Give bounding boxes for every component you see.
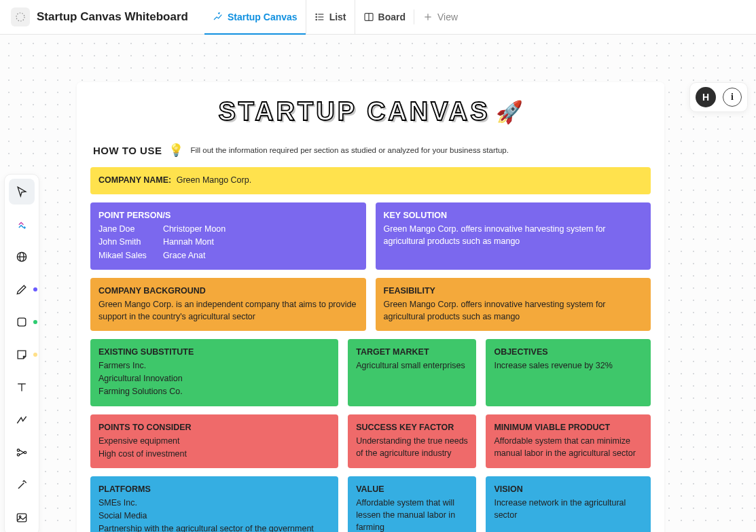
list-item: Expensive equipment: [98, 435, 330, 447]
card-heading: VISION: [494, 483, 643, 495]
card-body: Affordable system that can minimize manu…: [494, 435, 643, 459]
card-mvp[interactable]: MINIMUM VIABLE PRODUCT Affordable system…: [486, 414, 651, 468]
card-value[interactable]: VALUE Affordable system that will lessen…: [348, 476, 476, 532]
howto-label: HOW TO USE: [93, 145, 162, 156]
card-body: Increase sales revenue by 32%: [494, 359, 643, 372]
view-tabs: Startup Canvas List Board View: [204, 0, 466, 34]
image-tool[interactable]: [9, 505, 35, 531]
canvas-title: STARTUP CANVAS: [218, 97, 490, 126]
company-name-value: Green Mango Corp.: [177, 175, 251, 185]
whiteboard-stage[interactable]: H i: [0, 35, 756, 532]
list-item: Farmers Inc.: [98, 359, 330, 372]
sticky-color-dot: [33, 353, 37, 357]
web-tool[interactable]: [9, 244, 35, 270]
pen-tool[interactable]: [9, 277, 35, 302]
tab-label: Board: [378, 12, 406, 22]
shape-tool[interactable]: [9, 309, 35, 335]
card-body: Agricultural small enterprises: [356, 359, 468, 372]
connector-tool[interactable]: [9, 407, 35, 433]
person: Hannah Mont: [163, 236, 226, 248]
tool-palette: [4, 174, 39, 532]
card-key-solution[interactable]: KEY SOLUTION Green Mango Corp. offers in…: [376, 202, 651, 270]
card-body: Affordable system that will lessen the m…: [356, 497, 468, 532]
svg-rect-16: [18, 318, 26, 326]
card-target-market[interactable]: TARGET MARKET Agricultural small enterpr…: [348, 339, 476, 406]
list-item: High cost of investment: [98, 448, 330, 460]
card-company-background[interactable]: COMPANY BACKGROUND Green Mango Corp. is …: [90, 278, 366, 331]
doc-type-icon: [11, 7, 30, 26]
card-heading: TARGET MARKET: [356, 346, 468, 358]
card-body: Green Mango Corp. offers innovative harv…: [384, 298, 643, 323]
list-item: Agricultural Innovation: [98, 372, 330, 385]
tab-label: View: [437, 12, 458, 22]
tab-list[interactable]: List: [306, 0, 355, 34]
person: Jane Doe: [98, 223, 147, 235]
howto-row: HOW TO USE 💡 Fill out the information re…: [90, 143, 651, 158]
person: Grace Anat: [163, 249, 226, 262]
card-body: Green Mango Corp. offers innovative harv…: [384, 223, 643, 247]
card-body: Understanding the true needs of the agri…: [356, 435, 468, 459]
person: John Smith: [98, 236, 147, 248]
person: Christoper Moon: [163, 223, 226, 235]
card-heading: PLATFORMS: [98, 483, 330, 495]
tab-board[interactable]: Board: [355, 0, 414, 34]
topbar: Startup Canvas Whiteboard Startup Canvas…: [0, 0, 756, 35]
tab-label: List: [329, 12, 346, 22]
card-company-name[interactable]: COMPANY NAME: Green Mango Corp.: [90, 167, 651, 194]
tab-label: Startup Canvas: [228, 12, 298, 22]
tab-startup-canvas[interactable]: Startup Canvas: [204, 0, 306, 34]
card-heading: POINT PERSON/S: [98, 209, 358, 221]
avatar[interactable]: H: [696, 87, 716, 107]
card-point-persons[interactable]: POINT PERSON/S Jane Doe John Smith Mikae…: [90, 202, 366, 270]
people-columns: Jane Doe John Smith Mikael Sales Christo…: [98, 223, 358, 261]
diagram-tool[interactable]: [9, 440, 35, 465]
list-item: SMEs Inc.: [98, 497, 330, 509]
card-body: Increase network in the agricultural sec…: [494, 497, 643, 521]
ai-tool[interactable]: [9, 211, 35, 237]
svg-point-5: [316, 16, 317, 17]
card-heading: MINIMUM VIABLE PRODUCT: [494, 421, 643, 433]
canvas-title-row: STARTUP CANVAS 🚀: [90, 97, 651, 126]
svg-point-0: [16, 13, 24, 21]
doc-title[interactable]: Startup Canvas Whiteboard: [37, 10, 188, 24]
magic-tool[interactable]: [9, 472, 35, 498]
person: Mikael Sales: [98, 249, 147, 262]
card-heading: EXISTING SUBSTITUTE: [98, 346, 330, 358]
card-objectives[interactable]: OBJECTIVES Increase sales revenue by 32%: [486, 339, 651, 406]
tab-add-view[interactable]: View: [414, 0, 466, 34]
shape-color-dot: [33, 320, 37, 324]
svg-point-19: [17, 449, 19, 451]
canvas-document[interactable]: STARTUP CANVAS 🚀 HOW TO USE 💡 Fill out t…: [77, 82, 664, 532]
card-vision[interactable]: VISION Increase network in the agricultu…: [486, 476, 651, 532]
svg-line-23: [20, 453, 24, 455]
pen-color-dot: [33, 287, 37, 291]
pointer-tool[interactable]: [9, 179, 35, 205]
svg-point-4: [316, 14, 317, 14]
svg-point-20: [17, 454, 19, 456]
info-icon[interactable]: i: [723, 88, 742, 107]
rocket-icon: 🚀: [496, 99, 523, 125]
card-heading: COMPANY BACKGROUND: [98, 285, 358, 297]
svg-line-22: [20, 450, 24, 453]
card-heading: KEY SOLUTION: [384, 209, 643, 221]
howto-text: Fill out the information required per se…: [190, 146, 509, 154]
card-points-to-consider[interactable]: POINTS TO CONSIDER Expensive equipment H…: [90, 414, 338, 468]
list-item: Farming Solutions Co.: [98, 385, 330, 397]
card-heading: POINTS TO CONSIDER: [98, 421, 330, 433]
card-heading: OBJECTIVES: [494, 346, 643, 358]
card-heading: SUCCESS KEY FACTOR: [356, 421, 468, 433]
card-feasibility[interactable]: FEASIBILITY Green Mango Corp. offers inn…: [376, 278, 651, 331]
list-item: Partnership with the agricultural sector…: [98, 522, 330, 532]
card-heading: COMPANY NAME:: [98, 175, 171, 185]
card-success-key-factor[interactable]: SUCCESS KEY FACTOR Understanding the tru…: [348, 414, 476, 468]
card-platforms[interactable]: PLATFORMS SMEs Inc. Social Media Partner…: [90, 476, 338, 532]
svg-point-21: [24, 451, 26, 453]
text-tool[interactable]: [9, 374, 35, 400]
card-body: Green Mango Corp. is an independent comp…: [98, 298, 358, 323]
card-heading: VALUE: [356, 483, 468, 495]
card-existing-substitute[interactable]: EXISTING SUBSTITUTE Farmers Inc. Agricul…: [90, 339, 338, 406]
lightbulb-icon: 💡: [168, 143, 183, 158]
presence-chip: H i: [689, 82, 748, 112]
sticky-note-tool[interactable]: [9, 342, 35, 368]
card-heading: FEASIBILITY: [384, 285, 643, 297]
